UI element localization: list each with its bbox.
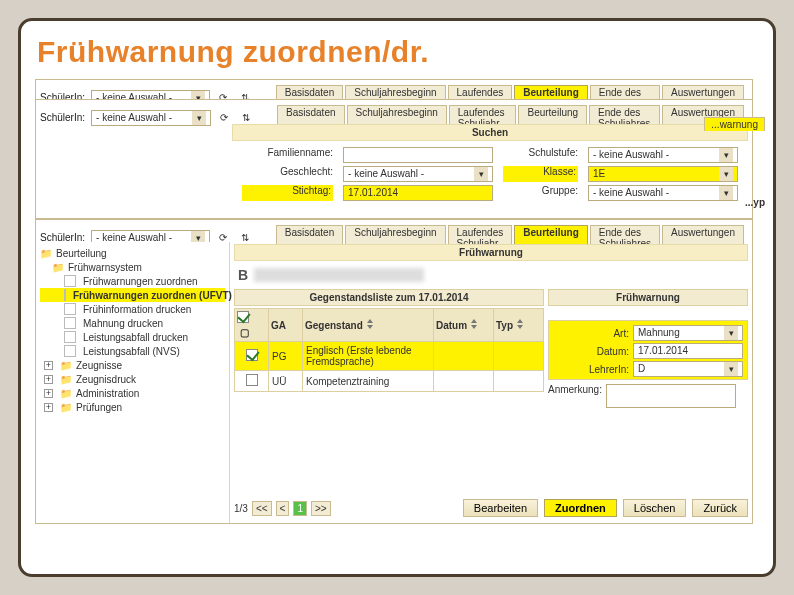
familienname-label: Familienname: (242, 147, 333, 163)
tree2-extra-3[interactable]: +📁Prüfungen (40, 400, 225, 414)
datum-field[interactable]: 17.01.2014 (633, 343, 743, 359)
tree2-extra-2[interactable]: +📁Administration (40, 386, 225, 400)
tree2-item-0[interactable]: Frühwarnungen zuordnen (40, 274, 225, 288)
sort-icon-2[interactable]: ⇅ (239, 111, 253, 125)
tree2-root[interactable]: 📁Beurteilung (40, 246, 225, 260)
row-name-1: Kompetenztraining (303, 371, 434, 392)
col-ga[interactable]: GA (269, 309, 303, 342)
tree2-extra-3-label: Prüfungen (76, 402, 122, 413)
art-field[interactable]: Mahnung▾ (633, 325, 743, 341)
gruppe-val: - keine Auswahl - (593, 186, 669, 200)
tree2-item-0-label: Frühwarnungen zuordnen (83, 276, 198, 287)
tree2-item-4-label: Leistungsabfall drucken (83, 332, 188, 343)
row-check-0[interactable] (246, 349, 258, 361)
pager: 1/3 << < 1 >> (234, 501, 331, 516)
schuelerin-value-2: - keine Auswahl - (96, 111, 172, 125)
stichtag-val: 17.01.2014 (348, 186, 398, 200)
tree2-extra-2-label: Administration (76, 388, 139, 399)
lehrerin-field[interactable]: D▾ (633, 361, 743, 377)
row-name-0: Englisch (Erste lebende Fremdsprache) (303, 342, 434, 371)
chevron-down-icon: ▾ (474, 167, 488, 181)
tree2-item-2-label: Frühinformation drucken (83, 304, 191, 315)
check-all[interactable] (237, 311, 249, 323)
chevron-down-icon: ▾ (192, 111, 206, 125)
stichtag-label: Stichtag: (242, 185, 333, 201)
lehrerin-label: LehrerIn: (589, 364, 629, 375)
pager-current[interactable]: 1 (293, 501, 307, 516)
art-val: Mahnung (638, 326, 680, 340)
col-gegenstand-label: Gegenstand (305, 320, 363, 331)
pager-prev[interactable]: < (276, 501, 290, 516)
bearbeiten-button[interactable]: Bearbeiten (463, 499, 538, 517)
klasse-field[interactable]: 1E▾ (588, 166, 738, 182)
clear-icon[interactable]: ▢ (237, 325, 251, 339)
tree2-item-5-label: Leistungsabfall (NVS) (83, 346, 180, 357)
pager-first[interactable]: << (252, 501, 272, 516)
loeschen-button[interactable]: Löschen (623, 499, 687, 517)
col-gegenstand[interactable]: Gegenstand (303, 309, 434, 342)
page-title: Frühwarnung zuordnen/dr. (37, 35, 759, 69)
art-label: Art: (613, 328, 629, 339)
sort-arrows-icon (470, 319, 478, 329)
tree2-item-1[interactable]: Frühwarnungen zuordnen (UFVT) (40, 288, 225, 302)
pager-next[interactable]: >> (311, 501, 331, 516)
tree2-extra-1-label: Zeugnisdruck (76, 374, 136, 385)
schuelerin-select-2[interactable]: - keine Auswahl - ▾ (91, 110, 211, 126)
side-title: Frühwarnung (548, 289, 748, 306)
chevron-down-icon: ▾ (719, 167, 733, 181)
col-datum-label: Datum (436, 320, 467, 331)
tree2-item-5[interactable]: Leistungsabfall (NVS) (40, 344, 225, 358)
tree2-item-3-label: Mahnung drucken (83, 318, 163, 329)
tree2-extra-0[interactable]: +📁Zeugnisse (40, 358, 225, 372)
row-check-1[interactable] (246, 374, 258, 386)
geschlecht-label: Geschlecht: (242, 166, 333, 182)
datum-val: 17.01.2014 (638, 344, 688, 358)
tree2-item-4[interactable]: Leistungsabfall drucken (40, 330, 225, 344)
schulstufe-val: - keine Auswahl - (593, 148, 669, 162)
student-initial: B (238, 267, 248, 283)
familienname-field[interactable] (343, 147, 493, 163)
tree2-node[interactable]: 📁Frühwarnsystem (40, 260, 225, 274)
sort-arrows-icon (516, 319, 524, 329)
list-title: Gegenstandsliste zum 17.01.2014 (234, 289, 544, 306)
tree2-item-1-label: Frühwarnungen zuordnen (UFVT) (73, 290, 232, 301)
col-typ-label: Typ (496, 320, 513, 331)
col-typ[interactable]: Typ (494, 309, 544, 342)
sort-arrows-icon (366, 319, 374, 329)
table-row[interactable]: PG Englisch (Erste lebende Fremdsprache) (235, 342, 544, 371)
student-name-redacted (254, 268, 424, 282)
sort-icon-3[interactable]: ⇅ (238, 231, 252, 245)
yp-fragment: ...yp (745, 197, 765, 208)
fruehwarnung-header: Frühwarnung (234, 244, 748, 261)
tree2-node-label: Frühwarnsystem (68, 262, 142, 273)
tree2-extra-0-label: Zeugnisse (76, 360, 122, 371)
tab-warnung-fragment[interactable]: ...warnung (704, 117, 765, 131)
row-ga-1: UÜ (269, 371, 303, 392)
chevron-down-icon: ▾ (719, 186, 733, 200)
gruppe-field[interactable]: - keine Auswahl -▾ (588, 185, 738, 201)
geschlecht-val: - keine Auswahl - (348, 167, 424, 181)
pager-pages: 1/3 (234, 503, 248, 514)
chevron-down-icon: ▾ (724, 362, 738, 376)
chevron-down-icon: ▾ (719, 148, 733, 162)
refresh-icon-2[interactable]: ⟳ (217, 111, 231, 125)
table-row[interactable]: UÜ Kompetenztraining (235, 371, 544, 392)
gruppe-label: Gruppe: (503, 185, 578, 201)
col-datum[interactable]: Datum (434, 309, 494, 342)
suchen-header: Suchen (232, 124, 748, 141)
zuordnen-button[interactable]: Zuordnen (544, 499, 617, 517)
geschlecht-field[interactable]: - keine Auswahl -▾ (343, 166, 493, 182)
tree2-extra-1[interactable]: +📁Zeugnisdruck (40, 372, 225, 386)
tree2-item-2[interactable]: Frühinformation drucken (40, 302, 225, 316)
schulstufe-label: Schulstufe: (503, 147, 578, 163)
col-ga-label: GA (271, 320, 286, 331)
klasse-val: 1E (593, 167, 605, 181)
tree2-root-label: Beurteilung (56, 248, 107, 259)
schuelerin-label-2: SchülerIn: (40, 112, 85, 123)
zurueck-button[interactable]: Zurück (692, 499, 748, 517)
anmerkung-field[interactable] (606, 384, 736, 408)
datum-label: Datum: (597, 346, 629, 357)
schulstufe-field[interactable]: - keine Auswahl -▾ (588, 147, 738, 163)
tree2-item-3[interactable]: Mahnung drucken (40, 316, 225, 330)
stichtag-field[interactable]: 17.01.2014 (343, 185, 493, 201)
